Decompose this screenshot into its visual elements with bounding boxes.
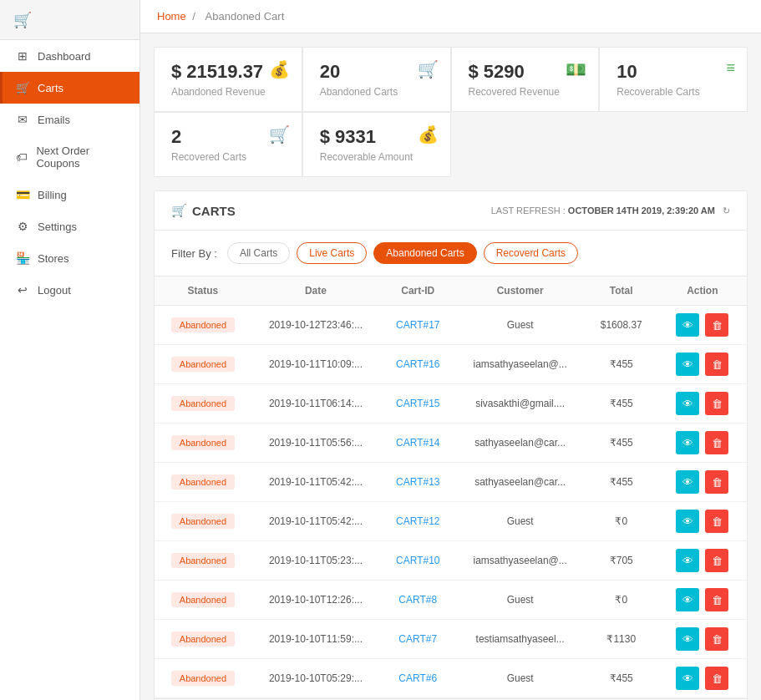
stat-recoverable-amount: 💰 $ 9331 Recoverable Amount xyxy=(302,112,451,177)
abandoned-revenue-icon: 💰 xyxy=(269,59,290,79)
sidebar-item-logout[interactable]: ↩ Logout xyxy=(0,274,140,306)
sidebar-item-next-order-coupons[interactable]: 🏷 Next Order Coupons xyxy=(0,135,140,179)
delete-button[interactable]: 🗑 xyxy=(705,431,728,454)
view-button[interactable]: 👁 xyxy=(676,627,699,651)
table-header-row: Status Date Cart-ID Customer Total Actio… xyxy=(155,276,747,306)
sidebar-item-label: Billing xyxy=(38,189,67,201)
view-button[interactable]: 👁 xyxy=(676,549,699,572)
view-button[interactable]: 👁 xyxy=(676,313,699,337)
cart-link[interactable]: CART#17 xyxy=(396,319,439,331)
cell-action: 👁 🗑 xyxy=(658,581,747,620)
dashboard-icon: ⊞ xyxy=(16,49,29,63)
filter-live-carts[interactable]: Live Carts xyxy=(297,242,367,264)
cart-link[interactable]: CART#16 xyxy=(396,358,439,370)
breadcrumb-home[interactable]: Home xyxy=(157,10,186,23)
sidebar-item-label: Logout xyxy=(38,284,71,297)
cell-cart-id: CART#10 xyxy=(380,541,455,581)
cell-date: 2019-10-10T12:26:... xyxy=(251,581,380,620)
delete-button[interactable]: 🗑 xyxy=(705,313,728,337)
sidebar-item-label: Carts xyxy=(38,82,63,94)
cell-status: Abandoned xyxy=(155,620,251,659)
cell-total: ₹455 xyxy=(585,345,658,384)
status-badge: Abandoned xyxy=(171,514,235,529)
main-content: Home / Abandoned Cart 💰 $ 21519.37 Aband… xyxy=(140,0,761,700)
cart-link[interactable]: CART#8 xyxy=(398,594,437,606)
sidebar-item-stores[interactable]: 🏪 Stores xyxy=(0,242,140,274)
table-row: Abandoned 2019-10-11T05:42:... CART#12 G… xyxy=(155,502,747,541)
cart-link[interactable]: CART#7 xyxy=(398,633,437,645)
cart-link[interactable]: CART#6 xyxy=(398,672,437,684)
carts-icon: 🛒 xyxy=(16,81,29,94)
table-row: Abandoned 2019-10-11T10:09:... CART#16 i… xyxy=(155,345,747,384)
cart-link[interactable]: CART#12 xyxy=(396,515,439,527)
recovered-carts-value: 2 xyxy=(171,126,285,148)
filter-row: Filter By : All Carts Live Carts Abandon… xyxy=(155,231,747,276)
view-button[interactable]: 👁 xyxy=(676,470,699,494)
cell-action: 👁 🗑 xyxy=(658,620,747,659)
abandoned-carts-label: Abandoned Carts xyxy=(320,86,434,98)
status-badge: Abandoned xyxy=(171,474,235,489)
abandoned-carts-icon: 🛒 xyxy=(418,59,439,79)
cell-date: 2019-10-10T11:59:... xyxy=(251,620,380,659)
view-button[interactable]: 👁 xyxy=(676,431,699,454)
cell-customer: iamsathyaseelan@... xyxy=(455,345,584,384)
delete-button[interactable]: 🗑 xyxy=(705,588,728,611)
filter-abandoned-carts[interactable]: Abandoned Carts xyxy=(373,242,476,264)
sidebar-item-settings[interactable]: ⚙ Settings xyxy=(0,211,140,242)
stat-recovered-carts: 🛒 2 Recovered Carts xyxy=(154,112,302,177)
last-refresh-value: OCTOBER 14TH 2019, 2:39:20 AM xyxy=(568,205,715,216)
cell-total: $1608.37 xyxy=(585,306,658,345)
delete-button[interactable]: 🗑 xyxy=(705,353,728,376)
cell-action: 👁 🗑 xyxy=(658,502,747,541)
sidebar-item-label: Settings xyxy=(38,221,77,233)
sidebar-item-billing[interactable]: 💳 Billing xyxy=(0,179,140,211)
delete-button[interactable]: 🗑 xyxy=(705,549,728,572)
stats-spacer xyxy=(451,112,748,177)
col-date: Date xyxy=(251,276,380,306)
table-row: Abandoned 2019-10-10T11:59:... CART#7 te… xyxy=(155,620,747,659)
sidebar-item-emails[interactable]: ✉ Emails xyxy=(0,104,140,135)
refresh-icon[interactable]: ↻ xyxy=(723,205,730,216)
cell-action: 👁 🗑 xyxy=(658,659,747,698)
view-button[interactable]: 👁 xyxy=(676,392,699,415)
sidebar-item-dashboard[interactable]: ⊞ Dashboard xyxy=(0,40,140,72)
view-button[interactable]: 👁 xyxy=(676,667,699,690)
cart-link[interactable]: CART#13 xyxy=(396,476,439,488)
delete-button[interactable]: 🗑 xyxy=(705,470,728,494)
sidebar: 🛒 ⊞ Dashboard 🛒 Carts ✉ Emails 🏷 Next Or… xyxy=(0,0,140,700)
cart-link[interactable]: CART#14 xyxy=(396,437,439,449)
col-status: Status xyxy=(155,276,251,306)
view-button[interactable]: 👁 xyxy=(676,510,699,533)
cart-link[interactable]: CART#15 xyxy=(396,398,439,409)
billing-icon: 💳 xyxy=(16,188,29,201)
view-button[interactable]: 👁 xyxy=(676,588,699,611)
delete-button[interactable]: 🗑 xyxy=(705,392,728,415)
sidebar-item-label: Next Order Coupons xyxy=(36,145,126,170)
delete-button[interactable]: 🗑 xyxy=(705,667,728,690)
cell-total: ₹0 xyxy=(585,502,658,541)
col-action: Action xyxy=(658,276,747,306)
stat-abandoned-carts: 🛒 20 Abandoned Carts xyxy=(302,47,451,112)
cell-total: ₹455 xyxy=(585,659,658,698)
sidebar-item-carts[interactable]: 🛒 Carts xyxy=(0,72,140,104)
cell-total: ₹0 xyxy=(585,581,658,620)
abandoned-revenue-label: Abandoned Revenue xyxy=(171,86,285,98)
delete-button[interactable]: 🗑 xyxy=(705,627,728,651)
stores-icon: 🏪 xyxy=(16,251,29,265)
cell-customer: Guest xyxy=(455,581,584,620)
status-badge: Abandoned xyxy=(171,671,235,686)
recoverable-carts-icon: ≡ xyxy=(726,59,735,77)
cell-cart-id: CART#13 xyxy=(380,463,455,502)
filter-recovered-carts[interactable]: Recoverd Carts xyxy=(484,242,578,264)
cart-link[interactable]: CART#10 xyxy=(396,555,439,566)
carts-title: 🛒 CARTS xyxy=(171,203,236,218)
view-button[interactable]: 👁 xyxy=(676,353,699,376)
cell-status: Abandoned xyxy=(155,581,251,620)
status-badge: Abandoned xyxy=(171,357,235,372)
status-badge: Abandoned xyxy=(171,396,235,411)
delete-button[interactable]: 🗑 xyxy=(705,510,728,533)
col-total: Total xyxy=(585,276,658,306)
filter-all-carts[interactable]: All Carts xyxy=(227,242,290,264)
cell-date: 2019-10-12T23:46:... xyxy=(251,306,380,345)
cell-customer: Guest xyxy=(455,502,584,541)
